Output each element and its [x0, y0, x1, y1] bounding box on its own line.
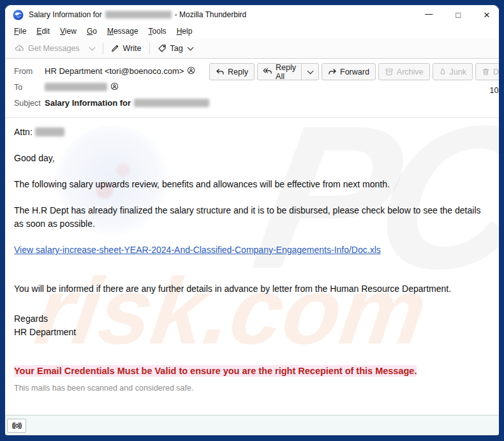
menu-view[interactable]: View	[55, 25, 82, 37]
get-messages-label: Get Messages	[28, 44, 80, 53]
toolbar-separator	[149, 43, 150, 54]
pencil-icon	[111, 44, 119, 52]
menubar: File Edit View Go Message Tools Help	[5, 24, 499, 38]
chevron-down-icon	[89, 44, 95, 50]
from-value: HR Department <tori@boenoco.com>	[45, 66, 184, 76]
from-label: From	[14, 67, 45, 76]
chevron-down-icon	[187, 44, 193, 50]
menu-edit[interactable]: Edit	[31, 25, 55, 37]
to-row: To	[14, 79, 209, 95]
regards-line: Regards	[14, 314, 48, 324]
get-messages-dropdown[interactable]	[84, 45, 100, 52]
from-row: From HR Department <tori@boenoco.com>	[14, 63, 209, 79]
redacted-attn-name	[35, 127, 64, 136]
credentials-warning: Your Email Credentials Must be Valid to …	[14, 365, 486, 378]
redacted-recipient-address	[45, 83, 107, 91]
broadcast-status-icon[interactable]: ((o))	[7, 419, 26, 433]
minimize-button[interactable]: —	[425, 10, 433, 18]
reply-all-icon	[263, 67, 272, 77]
thunderbird-window: Salary Information for - Mozilla Thunder…	[5, 5, 499, 435]
reply-all-dropdown[interactable]	[302, 64, 318, 80]
mail-toolbar: Get Messages Write Tag	[5, 38, 499, 58]
add-contact-icon[interactable]	[110, 82, 119, 92]
message-actions: Reply Reply All	[209, 63, 499, 111]
message-header: From HR Department <tori@boenoco.com> To	[5, 58, 499, 118]
greeting-line: Good day,	[14, 152, 487, 165]
subject-label: Subject	[14, 99, 45, 108]
write-label: Write	[123, 44, 142, 53]
link-line: View salary-increase-sheet-YEAR-2024-And…	[14, 243, 487, 257]
close-button[interactable]: ×	[484, 10, 490, 20]
message-header-fields: From HR Department <tori@boenoco.com> To	[14, 63, 209, 111]
junk-button[interactable]: Junk	[433, 63, 473, 80]
subject-value: Salary Information for	[45, 98, 131, 108]
forward-icon	[328, 68, 337, 76]
reply-icon	[216, 68, 225, 76]
archive-button[interactable]: Archive	[378, 63, 430, 80]
scanned-notice: This mails has been scanned and consider…	[14, 382, 487, 395]
menu-message[interactable]: Message	[102, 25, 144, 37]
statusbar: ((o))	[5, 415, 499, 435]
forward-button[interactable]: Forward	[322, 63, 376, 80]
window-title-suffix: - Mozilla Thunderbird	[175, 10, 247, 19]
get-messages-button[interactable]: Get Messages	[10, 41, 84, 55]
add-contact-icon[interactable]	[187, 66, 195, 76]
redacted-subject-recipient	[134, 99, 209, 107]
message-date: 10/24/2024, 4:42 PM	[490, 86, 499, 95]
reply-all-button[interactable]: Reply All	[258, 64, 301, 80]
subject-row: Subject Salary Information for	[14, 95, 209, 111]
maximize-button[interactable]: □	[456, 11, 461, 19]
redacted-recipient-title	[105, 11, 172, 18]
titlebar: Salary Information for - Mozilla Thunder…	[5, 5, 499, 24]
menu-tools[interactable]: Tools	[144, 25, 172, 37]
delete-button[interactable]: Delete	[475, 63, 499, 80]
body-paragraph-3: You will be informed if there are any fu…	[14, 282, 487, 296]
signature-block: Regards HR Department	[14, 312, 487, 339]
window-title: Salary Information for - Mozilla Thunder…	[29, 10, 246, 19]
cloud-download-icon	[15, 44, 24, 52]
archive-icon	[385, 68, 394, 76]
watermark-risk-com: risk.com	[29, 257, 433, 365]
reply-all-split-button: Reply All	[257, 63, 319, 80]
flame-icon	[439, 68, 447, 76]
trash-icon	[482, 68, 490, 76]
message-body: PC risk.com Attn: Good day, The followin…	[5, 118, 499, 415]
reply-button[interactable]: Reply	[209, 63, 255, 80]
signature-line: HR Department	[14, 327, 76, 337]
tag-icon	[158, 44, 167, 53]
body-paragraph-2: The H.R Dept has already finalized the s…	[14, 204, 487, 231]
body-paragraph-1: The following salary upwards review, ben…	[14, 178, 487, 191]
tag-label: Tag	[170, 44, 183, 53]
attn-line: Attn:	[14, 126, 487, 139]
window-controls: — □ ×	[425, 10, 490, 20]
toolbar-separator	[103, 43, 103, 54]
phishing-link[interactable]: View salary-increase-sheet-YEAR-2024-And…	[14, 245, 381, 255]
tag-button[interactable]: Tag	[153, 41, 198, 55]
chevron-down-icon	[308, 68, 314, 74]
menu-file[interactable]: File	[9, 25, 31, 37]
menu-go[interactable]: Go	[82, 25, 102, 37]
message-action-buttons: Reply Reply All	[209, 63, 499, 80]
menu-help[interactable]: Help	[172, 25, 198, 37]
write-button[interactable]: Write	[107, 41, 146, 55]
to-label: To	[14, 83, 45, 92]
thunderbird-logo-icon	[13, 10, 24, 20]
window-title-prefix: Salary Information for	[29, 10, 102, 19]
